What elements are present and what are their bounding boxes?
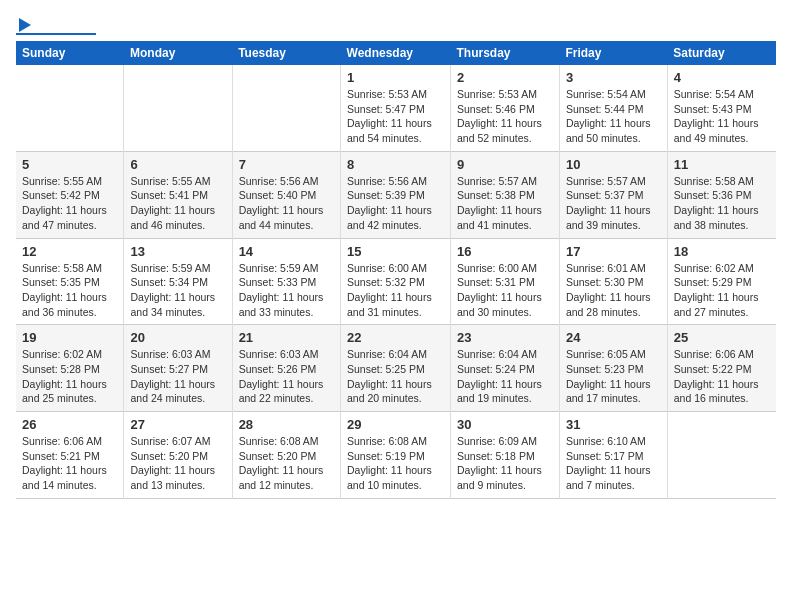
day-info: Sunrise: 5:58 AM Sunset: 5:36 PM Dayligh… <box>674 174 770 233</box>
calendar-body: 1Sunrise: 5:53 AM Sunset: 5:47 PM Daylig… <box>16 65 776 498</box>
day-number: 7 <box>239 157 334 172</box>
day-number: 3 <box>566 70 661 85</box>
weekday-saturday: Saturday <box>667 41 776 65</box>
calendar-cell: 19Sunrise: 6:02 AM Sunset: 5:28 PM Dayli… <box>16 325 124 412</box>
calendar-cell: 20Sunrise: 6:03 AM Sunset: 5:27 PM Dayli… <box>124 325 232 412</box>
calendar-cell: 11Sunrise: 5:58 AM Sunset: 5:36 PM Dayli… <box>667 151 776 238</box>
day-info: Sunrise: 6:02 AM Sunset: 5:29 PM Dayligh… <box>674 261 770 320</box>
calendar-cell <box>667 412 776 499</box>
day-info: Sunrise: 5:56 AM Sunset: 5:39 PM Dayligh… <box>347 174 444 233</box>
calendar-cell: 15Sunrise: 6:00 AM Sunset: 5:32 PM Dayli… <box>341 238 451 325</box>
day-info: Sunrise: 6:00 AM Sunset: 5:31 PM Dayligh… <box>457 261 553 320</box>
day-number: 15 <box>347 244 444 259</box>
day-info: Sunrise: 5:58 AM Sunset: 5:35 PM Dayligh… <box>22 261 117 320</box>
day-info: Sunrise: 6:08 AM Sunset: 5:19 PM Dayligh… <box>347 434 444 493</box>
calendar-cell: 1Sunrise: 5:53 AM Sunset: 5:47 PM Daylig… <box>341 65 451 151</box>
calendar-cell: 10Sunrise: 5:57 AM Sunset: 5:37 PM Dayli… <box>559 151 667 238</box>
day-info: Sunrise: 6:03 AM Sunset: 5:26 PM Dayligh… <box>239 347 334 406</box>
day-number: 8 <box>347 157 444 172</box>
day-number: 20 <box>130 330 225 345</box>
day-info: Sunrise: 5:57 AM Sunset: 5:38 PM Dayligh… <box>457 174 553 233</box>
day-number: 14 <box>239 244 334 259</box>
logo-divider <box>16 33 96 35</box>
day-info: Sunrise: 5:54 AM Sunset: 5:44 PM Dayligh… <box>566 87 661 146</box>
week-row-1: 1Sunrise: 5:53 AM Sunset: 5:47 PM Daylig… <box>16 65 776 151</box>
weekday-sunday: Sunday <box>16 41 124 65</box>
day-number: 28 <box>239 417 334 432</box>
calendar-cell: 7Sunrise: 5:56 AM Sunset: 5:40 PM Daylig… <box>232 151 340 238</box>
calendar-cell: 12Sunrise: 5:58 AM Sunset: 5:35 PM Dayli… <box>16 238 124 325</box>
weekday-monday: Monday <box>124 41 232 65</box>
calendar-cell <box>16 65 124 151</box>
calendar-cell: 18Sunrise: 6:02 AM Sunset: 5:29 PM Dayli… <box>667 238 776 325</box>
day-number: 16 <box>457 244 553 259</box>
calendar-cell: 22Sunrise: 6:04 AM Sunset: 5:25 PM Dayli… <box>341 325 451 412</box>
day-info: Sunrise: 6:02 AM Sunset: 5:28 PM Dayligh… <box>22 347 117 406</box>
day-number: 21 <box>239 330 334 345</box>
calendar-cell: 17Sunrise: 6:01 AM Sunset: 5:30 PM Dayli… <box>559 238 667 325</box>
weekday-tuesday: Tuesday <box>232 41 340 65</box>
calendar-cell: 4Sunrise: 5:54 AM Sunset: 5:43 PM Daylig… <box>667 65 776 151</box>
day-info: Sunrise: 5:55 AM Sunset: 5:41 PM Dayligh… <box>130 174 225 233</box>
day-info: Sunrise: 6:09 AM Sunset: 5:18 PM Dayligh… <box>457 434 553 493</box>
calendar-table: SundayMondayTuesdayWednesdayThursdayFrid… <box>16 41 776 499</box>
day-number: 4 <box>674 70 770 85</box>
calendar-cell: 30Sunrise: 6:09 AM Sunset: 5:18 PM Dayli… <box>451 412 560 499</box>
calendar-cell: 23Sunrise: 6:04 AM Sunset: 5:24 PM Dayli… <box>451 325 560 412</box>
calendar-cell: 8Sunrise: 5:56 AM Sunset: 5:39 PM Daylig… <box>341 151 451 238</box>
day-info: Sunrise: 6:10 AM Sunset: 5:17 PM Dayligh… <box>566 434 661 493</box>
day-info: Sunrise: 5:55 AM Sunset: 5:42 PM Dayligh… <box>22 174 117 233</box>
day-number: 19 <box>22 330 117 345</box>
week-row-5: 26Sunrise: 6:06 AM Sunset: 5:21 PM Dayli… <box>16 412 776 499</box>
day-number: 27 <box>130 417 225 432</box>
day-info: Sunrise: 5:53 AM Sunset: 5:46 PM Dayligh… <box>457 87 553 146</box>
logo-arrow-icon <box>19 18 31 32</box>
day-number: 31 <box>566 417 661 432</box>
day-number: 24 <box>566 330 661 345</box>
day-info: Sunrise: 5:56 AM Sunset: 5:40 PM Dayligh… <box>239 174 334 233</box>
day-info: Sunrise: 6:01 AM Sunset: 5:30 PM Dayligh… <box>566 261 661 320</box>
calendar-cell: 6Sunrise: 5:55 AM Sunset: 5:41 PM Daylig… <box>124 151 232 238</box>
day-number: 1 <box>347 70 444 85</box>
day-info: Sunrise: 6:04 AM Sunset: 5:24 PM Dayligh… <box>457 347 553 406</box>
day-info: Sunrise: 6:06 AM Sunset: 5:21 PM Dayligh… <box>22 434 117 493</box>
weekday-header-row: SundayMondayTuesdayWednesdayThursdayFrid… <box>16 41 776 65</box>
calendar-cell: 14Sunrise: 5:59 AM Sunset: 5:33 PM Dayli… <box>232 238 340 325</box>
weekday-friday: Friday <box>559 41 667 65</box>
calendar-cell: 21Sunrise: 6:03 AM Sunset: 5:26 PM Dayli… <box>232 325 340 412</box>
calendar-cell: 5Sunrise: 5:55 AM Sunset: 5:42 PM Daylig… <box>16 151 124 238</box>
day-number: 23 <box>457 330 553 345</box>
calendar-cell: 2Sunrise: 5:53 AM Sunset: 5:46 PM Daylig… <box>451 65 560 151</box>
calendar-cell: 27Sunrise: 6:07 AM Sunset: 5:20 PM Dayli… <box>124 412 232 499</box>
day-number: 30 <box>457 417 553 432</box>
day-info: Sunrise: 6:07 AM Sunset: 5:20 PM Dayligh… <box>130 434 225 493</box>
day-info: Sunrise: 6:06 AM Sunset: 5:22 PM Dayligh… <box>674 347 770 406</box>
day-number: 2 <box>457 70 553 85</box>
day-info: Sunrise: 6:04 AM Sunset: 5:25 PM Dayligh… <box>347 347 444 406</box>
calendar-cell: 26Sunrise: 6:06 AM Sunset: 5:21 PM Dayli… <box>16 412 124 499</box>
day-number: 6 <box>130 157 225 172</box>
day-info: Sunrise: 5:53 AM Sunset: 5:47 PM Dayligh… <box>347 87 444 146</box>
calendar-cell: 13Sunrise: 5:59 AM Sunset: 5:34 PM Dayli… <box>124 238 232 325</box>
logo <box>16 16 96 33</box>
day-info: Sunrise: 6:08 AM Sunset: 5:20 PM Dayligh… <box>239 434 334 493</box>
calendar-cell: 16Sunrise: 6:00 AM Sunset: 5:31 PM Dayli… <box>451 238 560 325</box>
day-number: 9 <box>457 157 553 172</box>
day-info: Sunrise: 6:05 AM Sunset: 5:23 PM Dayligh… <box>566 347 661 406</box>
day-info: Sunrise: 5:57 AM Sunset: 5:37 PM Dayligh… <box>566 174 661 233</box>
day-number: 18 <box>674 244 770 259</box>
day-number: 12 <box>22 244 117 259</box>
day-info: Sunrise: 5:59 AM Sunset: 5:33 PM Dayligh… <box>239 261 334 320</box>
calendar-cell <box>124 65 232 151</box>
weekday-wednesday: Wednesday <box>341 41 451 65</box>
day-number: 29 <box>347 417 444 432</box>
calendar-cell: 31Sunrise: 6:10 AM Sunset: 5:17 PM Dayli… <box>559 412 667 499</box>
day-number: 17 <box>566 244 661 259</box>
calendar-cell <box>232 65 340 151</box>
calendar-cell: 3Sunrise: 5:54 AM Sunset: 5:44 PM Daylig… <box>559 65 667 151</box>
week-row-3: 12Sunrise: 5:58 AM Sunset: 5:35 PM Dayli… <box>16 238 776 325</box>
day-number: 10 <box>566 157 661 172</box>
day-info: Sunrise: 6:03 AM Sunset: 5:27 PM Dayligh… <box>130 347 225 406</box>
day-info: Sunrise: 5:59 AM Sunset: 5:34 PM Dayligh… <box>130 261 225 320</box>
day-number: 22 <box>347 330 444 345</box>
